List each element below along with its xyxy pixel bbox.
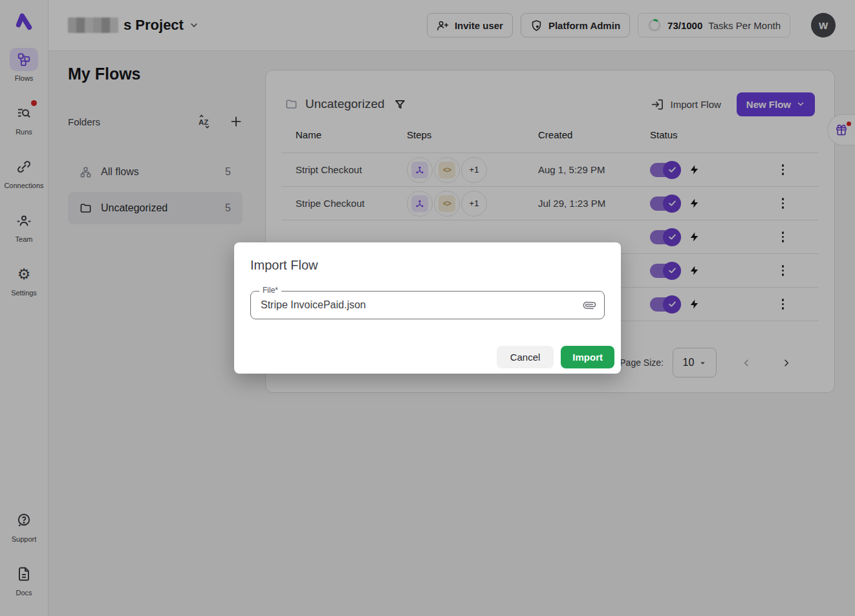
paperclip-icon[interactable] [583, 299, 604, 312]
file-field-label: File* [259, 286, 281, 295]
cancel-button[interactable]: Cancel [497, 346, 554, 368]
app-root: Flows Runs Connections [0, 0, 855, 616]
import-button[interactable]: Import [561, 346, 614, 368]
dialog-title: Import Flow [250, 258, 605, 273]
file-input[interactable] [251, 299, 583, 311]
import-flow-dialog: Import Flow File* Cancel Import [234, 242, 621, 374]
file-field[interactable]: File* [250, 291, 605, 319]
